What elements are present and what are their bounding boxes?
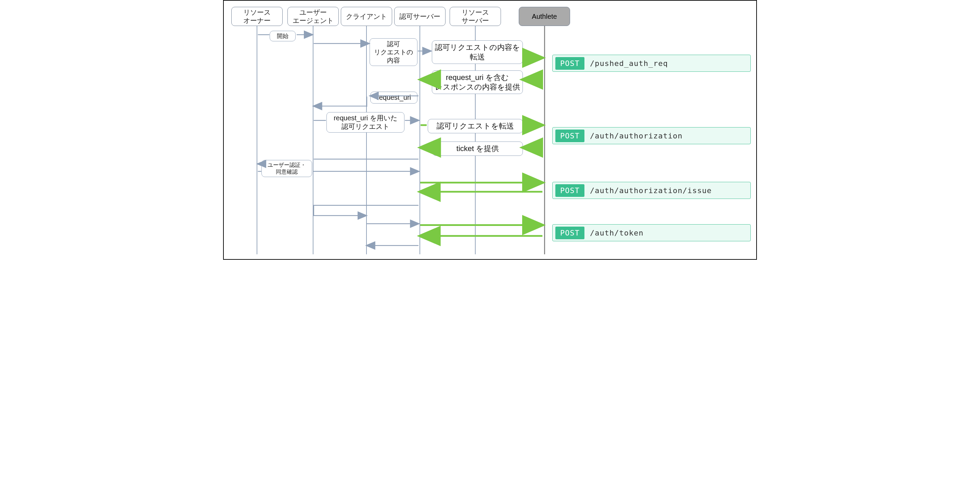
http-method-badge: POST: [555, 184, 584, 197]
label-start: 開始: [270, 31, 296, 41]
api-path: /auth/token: [590, 229, 644, 237]
http-method-badge: POST: [555, 227, 584, 239]
http-method-badge: POST: [555, 130, 584, 142]
lifeline-client: クライアント: [341, 7, 392, 26]
label-request-uri: request_uri: [370, 92, 417, 103]
label-forward-request-content: 認可リクエストの内容を 転送: [432, 40, 523, 64]
api-authorization: POST /auth/authorization: [552, 127, 751, 144]
api-token: POST /auth/token: [552, 224, 751, 241]
label-request-content: 認可 リクエストの 内容: [369, 38, 417, 66]
label-forward-authz-request: 認可リクエストを転送: [428, 119, 523, 133]
label-user-auth-consent: ユーザー認証・ 同意確認: [261, 160, 312, 177]
line-resource-owner: [257, 26, 257, 254]
api-path: /auth/authorization/issue: [590, 186, 712, 195]
lifeline-authz-server: 認可サーバー: [394, 7, 445, 26]
api-pushed-auth-req: POST /pushed_auth_req: [552, 55, 751, 72]
http-method-badge: POST: [555, 57, 584, 70]
label-provide-request-uri-response: request_uri を含む レスポンスの内容を提供: [432, 70, 523, 94]
line-user-agent: [313, 26, 313, 254]
api-path: /pushed_auth_req: [590, 59, 668, 68]
sequence-diagram: リソース オーナー ユーザー エージェント クライアント 認可サーバー リソース…: [223, 0, 757, 260]
line-client: [366, 26, 367, 254]
line-authlete: [544, 26, 545, 254]
lifeline-resource-owner: リソース オーナー: [231, 7, 283, 26]
label-request-with-request-uri: request_uri を用いた 認可リクエスト: [326, 112, 404, 133]
label-provide-ticket: ticket を提供: [433, 141, 523, 156]
lifeline-user-agent: ユーザー エージェント: [288, 7, 339, 26]
api-path: /auth/authorization: [590, 132, 682, 140]
lifeline-authlete: Authlete: [519, 7, 570, 26]
lifeline-resource-server: リソース サーバー: [450, 7, 501, 26]
line-authz-server: [420, 26, 420, 254]
api-authorization-issue: POST /auth/authorization/issue: [552, 182, 751, 199]
